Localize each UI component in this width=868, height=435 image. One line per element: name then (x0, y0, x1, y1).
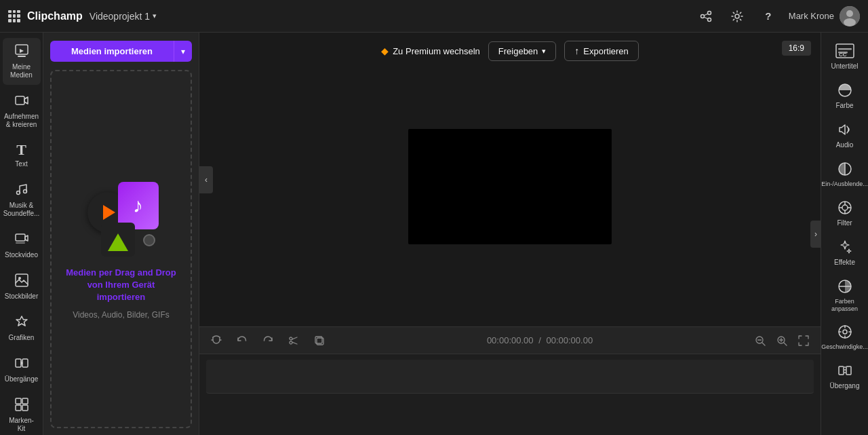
share-icon-btn[interactable] (695, 5, 717, 27)
filter-icon (837, 200, 852, 217)
svg-point-2 (701, 14, 704, 18)
fade-label: Ein-/Ausblende... (821, 181, 868, 188)
svg-line-29 (762, 343, 765, 345)
svg-rect-54 (839, 366, 844, 375)
transition-label: Übergang (830, 382, 860, 390)
svg-point-41 (842, 205, 848, 210)
svg-rect-22 (16, 405, 21, 411)
zoom-in-button[interactable] (773, 332, 791, 349)
sidebar-item-stock-video[interactable]: Stockvideo (3, 226, 41, 265)
svg-rect-10 (18, 56, 26, 57)
drop-area-subtitle: Videos, Audio, Bilder, GIFs (73, 310, 170, 320)
sidebar-item-music[interactable]: Musik &Soundeffe... (3, 176, 41, 223)
sidebar-item-stock-images[interactable]: Stockbilder (3, 267, 41, 306)
right-sidebar: › CC Untertitel Farbe Audio Ein-/Ausblen… (821, 33, 868, 435)
color-adjust-label: Farbenanpassen (831, 298, 858, 313)
svg-point-25 (290, 341, 292, 344)
illus-dot (143, 234, 155, 246)
zoom-controls (751, 332, 812, 349)
sidebar-item-record-label: Aufnehmen& kreieren (4, 113, 39, 129)
share-button[interactable]: Freigeben ▾ (488, 41, 557, 61)
sidebar-item-graphics[interactable]: Grafiken (3, 309, 41, 347)
svg-point-5 (735, 14, 739, 18)
svg-line-4 (704, 14, 708, 16)
svg-rect-18 (16, 359, 21, 367)
right-sidebar-item-subtitles[interactable]: CC Untertitel (823, 38, 867, 76)
aspect-ratio-button[interactable]: 16:9 (782, 41, 811, 56)
user-avatar (840, 6, 860, 26)
svg-point-12 (16, 191, 20, 195)
effects-icon (837, 240, 852, 257)
timeline-tracks (199, 354, 821, 435)
undo-button[interactable] (233, 332, 251, 349)
timeline-area: 00:00:00.00 / 00:00:00.00 (199, 326, 821, 435)
collapse-left-button[interactable]: ‹ (199, 166, 213, 193)
transitions-icon (14, 356, 29, 373)
sidebar-item-text[interactable]: T Text (3, 137, 41, 174)
my-media-icon (14, 43, 29, 60)
collapse-right-button[interactable]: › (810, 221, 821, 248)
sidebar-item-brand-kit[interactable]: Marken-Kit (3, 392, 41, 435)
right-sidebar-item-fade[interactable]: Ein-/Ausblende... (823, 156, 867, 193)
effects-label: Effekte (834, 259, 855, 267)
right-sidebar-item-effects[interactable]: Effekte (823, 234, 867, 272)
import-button[interactable]: Medien importieren (50, 41, 174, 62)
fade-icon (837, 162, 852, 178)
speed-label: Geschwindigke... (821, 343, 868, 351)
magnet-tool-button[interactable] (208, 332, 225, 349)
media-panel: Medien importieren ▾ ♪ Medie (43, 33, 199, 435)
zoom-out-button[interactable] (751, 332, 769, 349)
main-layout: MeineMedien Aufnehmen& kreieren T Text M… (0, 33, 868, 435)
premium-button[interactable]: ◆ Zu Premium wechseln (381, 45, 480, 56)
illus-triangle-icon (101, 223, 135, 257)
sidebar-item-my-media-label: MeineMedien (10, 63, 33, 79)
right-sidebar-item-filter[interactable]: Filter (823, 195, 867, 233)
redo-button[interactable] (259, 332, 277, 349)
drop-area-title: Medien per Drag and Dropvon Ihrem Gerät … (65, 267, 177, 304)
duplicate-button[interactable] (311, 332, 328, 349)
right-sidebar-item-color[interactable]: Farbe (823, 77, 867, 115)
svg-rect-21 (22, 398, 28, 404)
svg-line-3 (704, 17, 708, 19)
music-icon (14, 182, 29, 199)
user-menu[interactable]: Mark Krone (789, 6, 860, 26)
fit-button[interactable] (795, 332, 812, 349)
import-arrow-button[interactable]: ▾ (174, 41, 192, 62)
svg-rect-9 (16, 45, 28, 54)
project-name[interactable]: Videoprojekt 1 ▾ (90, 11, 157, 22)
audio-icon (837, 122, 852, 139)
right-sidebar-item-color-adjust[interactable]: Farbenanpassen (823, 273, 867, 318)
share-chevron-icon: ▾ (542, 47, 546, 56)
scissors-button[interactable] (285, 332, 302, 349)
svg-line-32 (784, 343, 787, 345)
svg-point-0 (707, 11, 711, 14)
right-sidebar-item-transition[interactable]: Übergang (823, 358, 867, 396)
preview-area: ◆ Zu Premium wechseln Freigeben ▾ ↑ Expo… (199, 33, 821, 326)
right-sidebar-item-speed[interactable]: Geschwindigke... (823, 319, 867, 356)
svg-point-1 (707, 18, 711, 21)
right-sidebar-item-audio[interactable]: Audio (823, 117, 867, 155)
export-button[interactable]: ↑ Exportieren (564, 41, 638, 61)
svg-rect-23 (22, 405, 28, 411)
app-logo: Clipchamp (27, 10, 83, 22)
svg-rect-55 (846, 366, 851, 375)
user-name: Mark Krone (789, 11, 834, 21)
timeline-toolbar: 00:00:00.00 / 00:00:00.00 (199, 327, 821, 354)
timeline-time: 00:00:00.00 / 00:00:00.00 (336, 335, 743, 345)
help-icon-btn[interactable]: ? (757, 5, 779, 27)
svg-point-8 (844, 18, 856, 26)
svg-rect-11 (16, 96, 24, 105)
color-icon (837, 83, 852, 100)
svg-point-13 (23, 190, 26, 193)
filter-label: Filter (837, 219, 852, 227)
drop-area[interactable]: ♪ Medien per Drag and Dropvon Ihrem Gerä… (50, 70, 192, 428)
grid-menu-icon[interactable] (8, 10, 20, 22)
sidebar-item-my-media[interactable]: MeineMedien (3, 38, 41, 85)
import-btn-wrapper: Medien importieren ▾ (50, 41, 192, 62)
color-adjust-icon (837, 279, 852, 296)
svg-point-49 (843, 330, 847, 334)
sidebar-item-record[interactable]: Aufnehmen& kreieren (3, 88, 41, 134)
sidebar-item-text-label: Text (15, 160, 27, 168)
settings-icon-btn[interactable] (726, 5, 748, 27)
sidebar-item-transitions[interactable]: Übergänge (3, 350, 41, 389)
